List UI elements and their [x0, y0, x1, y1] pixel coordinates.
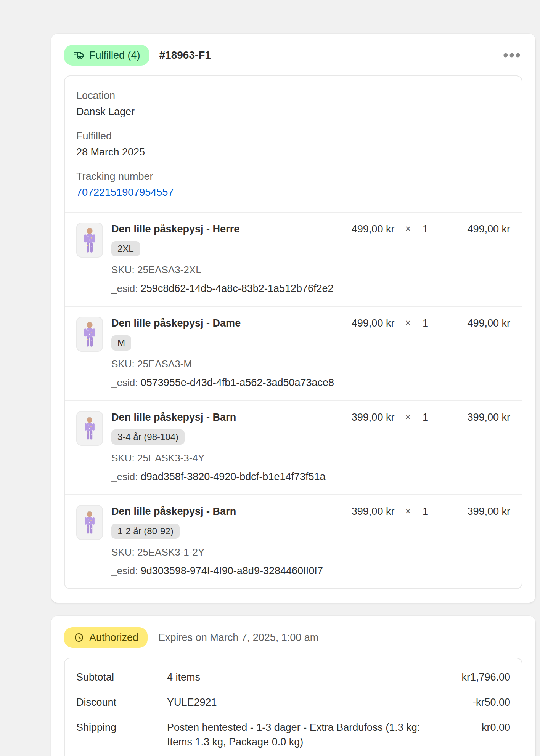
- payment-status-label: Authorized: [89, 632, 138, 643]
- line-total: 499,00 kr: [428, 317, 510, 329]
- esid-line: _esid: 259c8d62-14d5-4a8c-83b2-1a512b76f…: [111, 283, 336, 295]
- summary-row-label: Shipping: [76, 720, 167, 749]
- line-total: 399,00 kr: [428, 506, 510, 517]
- pajamas-child-model-photo-icon: [79, 509, 100, 536]
- horizontal-dots-icon: [503, 53, 520, 58]
- esid-value: 0573955e-d43d-4fb1-a562-3ad50a73ace8: [141, 377, 334, 388]
- line-item: Den lille påskepysj - Barn 3-4 år (98-10…: [65, 400, 522, 494]
- multiply-symbol: ×: [405, 412, 411, 423]
- fulfillment-status-badge: Fulfilled (4): [64, 45, 149, 66]
- payment-summary-box: Subtotal 4 items kr1,796.00 Discount YUL…: [64, 658, 522, 756]
- variant-badge: M: [111, 335, 131, 351]
- fulfilled-date-value: 28 March 2025: [76, 146, 510, 159]
- esid-label: _esid:: [111, 471, 138, 482]
- fulfillment-meta: Location Dansk Lager Fulfilled 28 March …: [65, 76, 522, 212]
- fulfillment-card-header: Fulfilled (4) #18963-F1: [64, 45, 522, 66]
- fulfillment-card: Fulfilled (4) #18963-F1 Location Dansk L…: [51, 34, 535, 603]
- fulfillment-order-number: #18963-F1: [159, 49, 211, 61]
- payment-card-header: Authorized Expires on March 7, 2025, 1:0…: [64, 627, 522, 648]
- esid-label: _esid:: [111, 283, 138, 294]
- clock-icon: [73, 632, 85, 643]
- location-group: Location Dansk Lager: [76, 89, 510, 118]
- fulfillment-more-actions-button[interactable]: [501, 49, 522, 61]
- payment-summary-table: Subtotal 4 items kr1,796.00 Discount YUL…: [65, 658, 522, 756]
- esid-line: _esid: d9ad358f-3820-4920-bdcf-b1e14f73f…: [111, 471, 336, 483]
- sku-value: 25EASK3-3-4Y: [137, 452, 204, 464]
- summary-row-amount: -kr50.00: [460, 695, 510, 710]
- product-title-link[interactable]: Den lille påskepysj - Barn: [111, 506, 336, 517]
- fulfilled-date-group: Fulfilled 28 March 2025: [76, 130, 510, 159]
- pajamas-model-photo-icon: [78, 319, 101, 349]
- esid-label: _esid:: [111, 565, 138, 577]
- line-item: Den lille påskepysj - Herre 2XL SKU: 25E…: [65, 212, 522, 306]
- multiply-symbol: ×: [405, 317, 411, 328]
- tracking-label: Tracking number: [76, 170, 510, 183]
- sku-line: SKU: 25EASK3-1-2Y: [111, 546, 336, 558]
- order-page: Fulfilled (4) #18963-F1 Location Dansk L…: [0, 0, 540, 756]
- product-thumbnail[interactable]: [76, 505, 103, 540]
- delivery-truck-icon: [73, 50, 85, 61]
- tracking-number-link[interactable]: 70722151907954557: [76, 187, 174, 198]
- multiply-symbol: ×: [405, 223, 411, 234]
- quantity: 1: [421, 317, 428, 329]
- variant-badge: 2XL: [111, 241, 140, 256]
- fulfillment-details-box: Location Dansk Lager Fulfilled 28 March …: [64, 75, 522, 589]
- quantity: 1: [421, 223, 428, 235]
- pajamas-child-model-photo-icon: [79, 415, 100, 442]
- product-title-link[interactable]: Den lille påskepysj - Herre: [111, 223, 336, 235]
- esid-value: 259c8d62-14d5-4a8c-83b2-1a512b76f2e2: [141, 283, 334, 294]
- line-total: 399,00 kr: [428, 412, 510, 423]
- sku-value: 25EASK3-1-2Y: [137, 546, 204, 558]
- product-title-link[interactable]: Den lille påskepysj - Barn: [111, 412, 336, 423]
- sku-line: SKU: 25EASA3-M: [111, 358, 336, 370]
- sku-label: SKU:: [111, 546, 135, 558]
- product-thumbnail[interactable]: [76, 411, 103, 446]
- summary-row-amount: kr1,796.00: [460, 670, 510, 684]
- esid-label: _esid:: [111, 377, 138, 388]
- pajamas-model-photo-icon: [78, 225, 101, 255]
- quantity: 1: [421, 506, 428, 517]
- payment-card: Authorized Expires on March 7, 2025, 1:0…: [51, 616, 535, 756]
- summary-row-detail: YULE2921: [167, 695, 460, 710]
- esid-line: _esid: 9d303598-974f-4f90-a8d9-3284460ff…: [111, 565, 336, 577]
- sku-value: 25EASA3-2XL: [137, 264, 201, 275]
- product-thumbnail[interactable]: [76, 317, 103, 352]
- unit-price: 499,00 kr: [345, 317, 394, 329]
- location-value: Dansk Lager: [76, 105, 510, 118]
- sku-line: SKU: 25EASK3-3-4Y: [111, 452, 336, 464]
- line-item: Den lille påskepysj - Barn 1-2 år (80-92…: [65, 494, 522, 588]
- sku-label: SKU:: [111, 452, 135, 464]
- esid-value: 9d303598-974f-4f90-a8d9-3284460ff0f7: [141, 565, 323, 577]
- sku-line: SKU: 25EASA3-2XL: [111, 264, 336, 276]
- payment-status-badge: Authorized: [64, 627, 148, 648]
- summary-row-label: Subtotal: [76, 670, 167, 684]
- line-item: Den lille påskepysj - Dame M SKU: 25EASA…: [65, 306, 522, 400]
- tracking-group: Tracking number 70722151907954557: [76, 170, 510, 199]
- multiply-symbol: ×: [405, 506, 411, 517]
- unit-price: 399,00 kr: [345, 506, 394, 517]
- summary-row-amount: kr0.00: [460, 720, 510, 749]
- quantity: 1: [421, 412, 428, 423]
- authorization-expiry-text: Expires on March 7, 2025, 1:00 am: [158, 632, 318, 644]
- fulfilled-date-label: Fulfilled: [76, 130, 510, 143]
- line-total: 499,00 kr: [428, 223, 510, 235]
- unit-price: 499,00 kr: [345, 223, 394, 235]
- sku-label: SKU:: [111, 358, 135, 370]
- variant-badge: 1-2 år (80-92): [111, 524, 180, 539]
- unit-price: 399,00 kr: [345, 412, 394, 423]
- summary-row-detail: 4 items: [167, 670, 460, 684]
- variant-badge: 3-4 år (98-104): [111, 429, 185, 445]
- sku-label: SKU:: [111, 264, 135, 275]
- product-thumbnail[interactable]: [76, 223, 103, 258]
- summary-row-label: Discount: [76, 695, 167, 710]
- fulfillment-status-label: Fulfilled (4): [89, 50, 140, 61]
- summary-row-detail: Posten hentested - 1-3 dager - Extra Bar…: [167, 720, 460, 749]
- location-label: Location: [76, 89, 510, 102]
- esid-line: _esid: 0573955e-d43d-4fb1-a562-3ad50a73a…: [111, 377, 336, 389]
- sku-value: 25EASA3-M: [137, 358, 192, 370]
- product-title-link[interactable]: Den lille påskepysj - Dame: [111, 317, 336, 329]
- esid-value: d9ad358f-3820-4920-bdcf-b1e14f73f51a: [141, 471, 326, 482]
